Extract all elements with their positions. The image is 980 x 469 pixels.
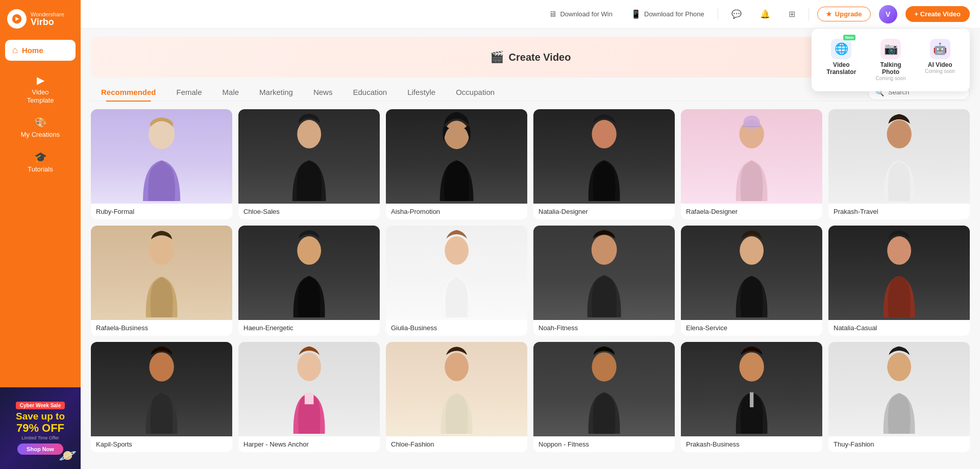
home-nav-item[interactable]: ⌂ Home	[5, 40, 76, 61]
avatar-img-thuy	[828, 342, 970, 436]
upgrade-button[interactable]: ★ Upgrade	[817, 7, 871, 21]
noah-figure	[541, 228, 668, 318]
avatar-img-haeun	[238, 226, 380, 320]
sidebar-item-video-template[interactable]: ▶ VideoTemplate	[0, 68, 81, 110]
ad-savings: 79% OFF	[16, 422, 64, 434]
natalia-d-figure	[541, 112, 668, 202]
avatar-card-harper-news-anchor[interactable]: Harper - News Anchor	[238, 342, 380, 452]
ai-video-icon: 🤖	[930, 39, 950, 59]
avatar-card-chloe-sales[interactable]: Chloe-Sales	[238, 109, 380, 219]
rafaela-d-figure	[688, 112, 815, 202]
svg-point-17	[299, 237, 320, 262]
svg-point-13	[888, 120, 910, 146]
avatar-name-elena: Elena-Service	[681, 320, 822, 336]
svg-point-32	[446, 354, 467, 378]
feature-popup: 🌐 New Video Translator 📷 Talking Photo C…	[812, 29, 970, 91]
avatar-img-noppon	[533, 342, 675, 436]
svg-point-19	[446, 237, 467, 262]
avatar-img-rafaela-d	[681, 109, 822, 204]
ai-video-item[interactable]: 🤖 AI Video Coming soon	[916, 35, 964, 85]
avatar-img-natalia-c	[828, 226, 970, 320]
brand-name: Virbo	[31, 17, 64, 27]
avatar-card-rafaela-business[interactable]: Rafaela-Business	[91, 226, 232, 336]
natalia-c-figure	[836, 228, 963, 318]
user-avatar[interactable]: V	[879, 5, 897, 23]
star-icon: ★	[826, 10, 832, 18]
phone-icon: 📱	[631, 9, 641, 19]
logo: Wondershare Virbo	[0, 0, 81, 38]
tab-male[interactable]: Male	[212, 84, 250, 101]
avatar-card-kapil-sports[interactable]: Kapil-Sports	[91, 342, 232, 452]
avatar-img-rafaela-b	[91, 226, 232, 320]
avatar-card-prakash-travel[interactable]: Prakash-Travel	[828, 109, 970, 219]
tab-female[interactable]: Female	[166, 84, 212, 101]
avatar-card-elena-service[interactable]: Elena-Service	[681, 226, 822, 336]
talking-photo-item[interactable]: 📷 Talking Photo Coming soon	[867, 35, 915, 85]
haeun-figure	[246, 228, 373, 318]
avatar-name-haeun: Haeun-Energetic	[238, 320, 380, 336]
avatar-card-noppon-fitness[interactable]: Noppon - Fitness	[533, 342, 675, 452]
avatar-name-rafaela-b: Rafaela-Business	[91, 320, 232, 336]
video-template-icon: ▶	[37, 74, 44, 86]
tab-recommended[interactable]: Recommended	[91, 84, 166, 101]
bell-icon-btn[interactable]: 🔔	[755, 6, 775, 22]
ad-shop-button[interactable]: Shop Now	[17, 443, 63, 455]
talking-photo-sub: Coming soon	[876, 76, 906, 81]
bell-icon: 🔔	[760, 9, 770, 19]
avatar-card-giulia-business[interactable]: Giulia-Business	[386, 226, 527, 336]
tab-lifestyle[interactable]: Lifestyle	[397, 84, 446, 101]
download-phone-button[interactable]: 📱 Download for Phone	[626, 6, 709, 22]
avatar-card-natalia-casual[interactable]: Natalia-Casual	[828, 226, 970, 336]
download-phone-label: Download for Phone	[644, 10, 704, 18]
avatar-card-haeun-energetic[interactable]: Haeun-Energetic	[238, 226, 380, 336]
create-video-button[interactable]: + Create Video	[905, 6, 970, 22]
avatar-name-giulia: Giulia-Business	[386, 320, 527, 336]
avatar-img-natalia-d	[533, 109, 675, 204]
home-icon: ⌂	[12, 45, 18, 56]
ad-badge: Cyber Week Sale	[16, 402, 65, 409]
download-win-button[interactable]: 🖥 Download for Win	[544, 7, 618, 22]
giulia-figure	[393, 228, 520, 318]
logo-icon	[7, 9, 27, 29]
avatar-card-aisha-promotion[interactable]: Aisha-Promotion	[386, 109, 527, 219]
avatar-card-chloe-fashion[interactable]: Chloe-Fashion	[386, 342, 527, 452]
video-translator-icon: 🌐	[831, 39, 851, 59]
noppon-figure	[541, 344, 668, 434]
avatar-card-ruby-formal[interactable]: Ruby-Formal	[91, 109, 232, 219]
divider	[718, 8, 718, 20]
tab-news[interactable]: News	[303, 84, 343, 101]
kapil-figure	[98, 344, 225, 434]
new-badge: New	[843, 35, 855, 40]
message-icon: 💬	[731, 9, 742, 19]
sidebar-item-my-creations[interactable]: 🎨 My Creations	[0, 110, 81, 145]
avatar-card-natalia-designer[interactable]: Natalia-Designer	[533, 109, 675, 219]
tab-education[interactable]: Education	[342, 84, 397, 101]
avatars-grid: Ruby-Formal Chloe-Sales	[91, 109, 970, 452]
grid-icon-btn[interactable]: ⊞	[783, 6, 800, 22]
avatar-card-noah-fitness[interactable]: Noah-Fitness	[533, 226, 675, 336]
ai-video-label: AI Video	[928, 61, 952, 68]
grid-icon: ⊞	[789, 9, 795, 19]
topbar: 🖥 Download for Win 📱 Download for Phone …	[81, 0, 980, 29]
main-content: 🖥 Download for Win 📱 Download for Phone …	[81, 0, 980, 469]
message-icon-btn[interactable]: 💬	[726, 6, 747, 22]
svg-point-21	[593, 236, 616, 262]
sidebar-ad[interactable]: Cyber Week Sale Save up to 79% OFF Limit…	[0, 387, 81, 469]
avatar-card-thuy-fashion[interactable]: Thuy-Fashion	[828, 342, 970, 452]
avatar-card-prakash-business[interactable]: Prakash-Business	[681, 342, 822, 452]
video-translator-item[interactable]: 🌐 New Video Translator	[818, 35, 865, 85]
avatar-img-prakash-b	[681, 342, 822, 436]
sidebar-item-tutorials[interactable]: 🎓 Tutorials	[0, 145, 81, 180]
avatar-name-chloe-sales: Chloe-Sales	[238, 204, 380, 219]
prakash-b-figure	[688, 344, 815, 434]
tab-occupation[interactable]: Occupation	[446, 84, 505, 101]
avatar-img-elena	[681, 226, 822, 320]
avatar-card-rafaela-designer[interactable]: Rafaela-Designer	[681, 109, 822, 219]
ad-headline: Save up to 79% OFF	[16, 411, 65, 434]
tab-marketing[interactable]: Marketing	[249, 84, 303, 101]
tutorials-label: Tutorials	[28, 165, 53, 174]
svg-point-4	[299, 121, 320, 145]
brand-top: Wondershare	[31, 11, 64, 17]
svg-point-2	[151, 120, 173, 146]
avatar-img-prakash-t	[828, 109, 970, 204]
